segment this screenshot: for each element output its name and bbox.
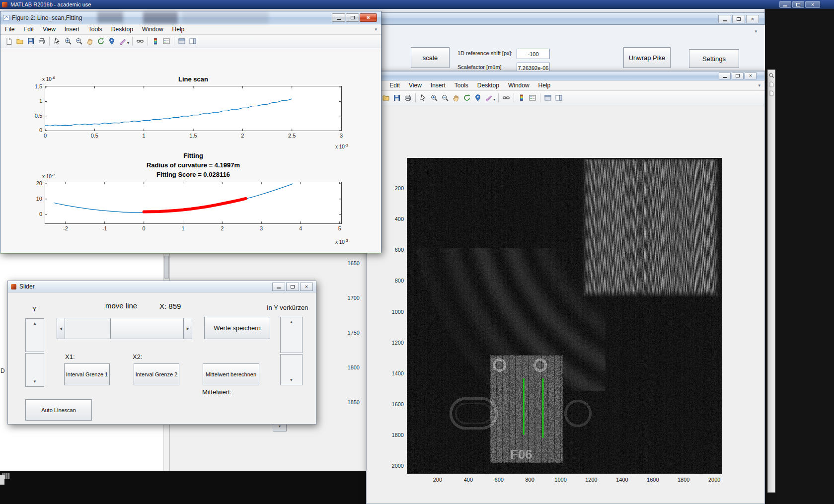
print-figure-icon[interactable] bbox=[402, 93, 413, 103]
figure-right-titlebar[interactable]: d × bbox=[367, 72, 764, 80]
rotate-3d-icon[interactable] bbox=[461, 93, 472, 103]
insert-colorbar-icon[interactable] bbox=[516, 93, 527, 103]
insert-colorbar-icon[interactable] bbox=[150, 36, 161, 46]
minimize-button[interactable] bbox=[332, 13, 345, 22]
print-figure-icon[interactable] bbox=[36, 36, 47, 46]
matlab-main-titlebar[interactable]: MATLAB R2016b - academic use × bbox=[0, 0, 834, 9]
new-figure-icon[interactable] bbox=[3, 36, 14, 46]
menu-item-desktop[interactable]: Desktop bbox=[473, 81, 504, 90]
compute-mean-button[interactable]: Mittelwert berechnen bbox=[203, 363, 259, 385]
shorten-scroll-down[interactable]: ▼ bbox=[280, 354, 303, 385]
minimized-window-stub[interactable] bbox=[0, 475, 4, 485]
zoom-out-icon[interactable] bbox=[74, 36, 84, 46]
rotate-3d-icon[interactable] bbox=[95, 36, 106, 46]
menu-item-view[interactable]: View bbox=[38, 25, 60, 34]
phase-image-axes[interactable]: 2004006008001000120014001600180020002004… bbox=[407, 158, 722, 474]
show-plot-tools-icon[interactable] bbox=[553, 93, 564, 103]
insert-legend-icon[interactable] bbox=[161, 36, 172, 46]
minimize-button[interactable] bbox=[779, 1, 791, 8]
menu-item-file[interactable]: File bbox=[0, 25, 19, 34]
slider-dialog[interactable]: Slider × Y move line X: 859 In Y verkürz… bbox=[7, 281, 316, 425]
menu-overflow-icon[interactable]: ▾ bbox=[375, 27, 381, 32]
brush-icon[interactable] bbox=[117, 36, 128, 46]
close-button[interactable]: × bbox=[746, 15, 759, 23]
slider-right-arrow[interactable]: ▶ bbox=[184, 318, 192, 339]
y-scroll-down[interactable]: ▼ bbox=[25, 353, 44, 387]
close-button[interactable]: × bbox=[805, 1, 820, 8]
ref-shift-input[interactable] bbox=[517, 49, 550, 59]
menu-item-help[interactable]: Help bbox=[534, 81, 555, 90]
figure2-window[interactable]: Figure 2: Line_scan,Fitting × FileEditVi… bbox=[0, 11, 381, 253]
data-cursor-icon[interactable] bbox=[472, 93, 483, 103]
save-figure-icon[interactable] bbox=[25, 36, 36, 46]
zoom-out-icon[interactable] bbox=[440, 93, 451, 103]
restore-button[interactable] bbox=[792, 1, 804, 8]
fitting-plot[interactable]: -2-101234501020 bbox=[45, 182, 342, 224]
open-file-icon[interactable] bbox=[14, 36, 25, 46]
y-scroll-up[interactable]: ▲ bbox=[25, 318, 44, 352]
move-line-slider[interactable]: ◀ ▶ bbox=[57, 318, 192, 339]
maximize-button[interactable] bbox=[732, 72, 744, 79]
shorten-scroll-up[interactable]: ▲ bbox=[280, 317, 303, 353]
brush-dropdown-caret[interactable]: ▾ bbox=[127, 41, 129, 45]
phase-image-canvas[interactable] bbox=[407, 158, 722, 474]
auto-linescan-button[interactable]: Auto Linescan bbox=[25, 399, 92, 421]
menu-overflow-icon[interactable]: ▾ bbox=[758, 83, 764, 88]
scale-button[interactable]: scale bbox=[411, 47, 450, 68]
menu-item-help[interactable]: Help bbox=[168, 25, 189, 34]
maximize-button[interactable] bbox=[732, 15, 745, 23]
close-button[interactable]: × bbox=[360, 13, 377, 22]
menu-item-desktop[interactable]: Desktop bbox=[107, 25, 138, 34]
close-button[interactable]: × bbox=[745, 72, 757, 79]
document-icon[interactable] bbox=[767, 89, 775, 98]
settings-button[interactable]: Settings bbox=[689, 49, 739, 68]
line-scan-plot[interactable]: 00.511.522.5300.511.5 bbox=[45, 86, 342, 131]
hide-plot-tools-icon[interactable] bbox=[176, 36, 187, 46]
save-figure-icon[interactable] bbox=[391, 93, 402, 103]
pan-icon[interactable] bbox=[84, 36, 95, 46]
menu-item-insert[interactable]: Insert bbox=[60, 25, 84, 34]
document-icon[interactable] bbox=[767, 80, 775, 89]
link-plots-icon[interactable] bbox=[135, 36, 146, 46]
minimize-button[interactable] bbox=[718, 15, 731, 23]
brush-icon[interactable] bbox=[483, 93, 494, 103]
edit-cursor-icon[interactable] bbox=[52, 36, 63, 46]
slider-thumb[interactable] bbox=[110, 318, 184, 339]
menu-item-tools[interactable]: Tools bbox=[84, 25, 107, 34]
toolstrip-collapse-icon[interactable]: ▾ bbox=[755, 29, 757, 34]
show-plot-tools-icon[interactable] bbox=[187, 36, 198, 46]
brush-dropdown-caret[interactable]: ▾ bbox=[493, 97, 495, 102]
maximize-button[interactable] bbox=[346, 13, 359, 22]
edit-cursor-icon[interactable] bbox=[418, 93, 429, 103]
interval-limit1-button[interactable]: Interval Grenze 1 bbox=[64, 363, 110, 385]
unwrap-pike-button[interactable]: Unwrap Pike bbox=[623, 47, 671, 68]
minimize-button[interactable] bbox=[719, 72, 731, 79]
interval-limit2-button[interactable]: Interval Grenze 2 bbox=[134, 363, 179, 385]
figure-window-right[interactable]: d × FileEditViewInsertToolsDesktopWindow… bbox=[366, 71, 765, 504]
slider-titlebar[interactable]: Slider × bbox=[8, 281, 316, 292]
slider-left-arrow[interactable]: ◀ bbox=[57, 318, 65, 339]
menu-item-insert[interactable]: Insert bbox=[426, 81, 450, 90]
menu-item-tools[interactable]: Tools bbox=[450, 81, 473, 90]
maximize-button[interactable] bbox=[286, 283, 299, 291]
menu-item-edit[interactable]: Edit bbox=[385, 81, 404, 90]
menu-item-window[interactable]: Window bbox=[504, 81, 534, 90]
menu-item-edit[interactable]: Edit bbox=[19, 25, 38, 34]
hide-plot-tools-icon[interactable] bbox=[542, 93, 553, 103]
save-values-button[interactable]: Werte speichern bbox=[204, 317, 270, 339]
magnifier-icon[interactable] bbox=[767, 71, 775, 80]
zoom-in-icon[interactable] bbox=[63, 36, 74, 46]
scrollbar-thumb[interactable] bbox=[164, 256, 169, 279]
data-cursor-icon[interactable] bbox=[106, 36, 117, 46]
zoom-in-icon[interactable] bbox=[429, 93, 440, 103]
open-file-icon[interactable] bbox=[380, 93, 391, 103]
figure2-titlebar[interactable]: Figure 2: Line_scan,Fitting × bbox=[0, 11, 381, 24]
menu-item-window[interactable]: Window bbox=[138, 25, 168, 34]
minimize-button[interactable] bbox=[272, 283, 285, 291]
menu-item-view[interactable]: View bbox=[404, 81, 426, 90]
link-plots-icon[interactable] bbox=[501, 93, 512, 103]
close-button[interactable]: × bbox=[300, 283, 313, 291]
x-tick-label: -1 bbox=[102, 225, 107, 231]
pan-icon[interactable] bbox=[451, 93, 461, 103]
insert-legend-icon[interactable] bbox=[527, 93, 538, 103]
